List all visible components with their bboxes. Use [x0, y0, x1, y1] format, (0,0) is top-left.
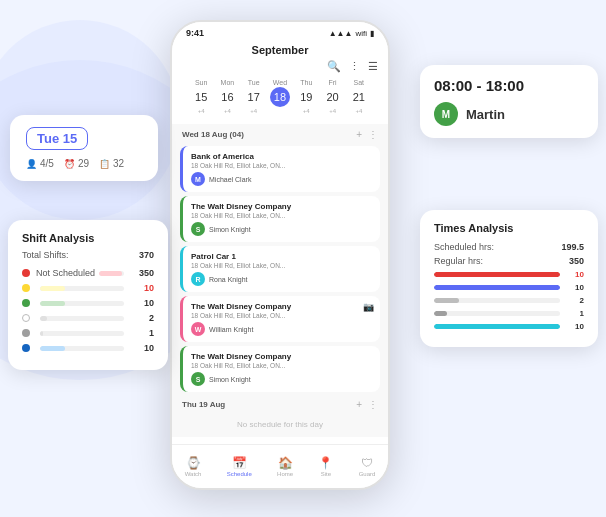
no-schedule-text: No schedule for this day — [172, 412, 388, 437]
shift-person-4: W William Knight — [191, 322, 372, 336]
shifts-list: Bank of America 18 Oak Hill Rd, Elliot L… — [172, 143, 388, 395]
home-icon: 🏠 — [278, 456, 293, 470]
sa-bar-fill-0 — [99, 271, 121, 276]
shift-card-5[interactable]: The Walt Disney Company 18 Oak Hill Rd, … — [180, 346, 380, 392]
cal-mon[interactable]: Mon 16 +4 — [217, 79, 237, 114]
section1-actions: + ⋮ — [356, 129, 378, 140]
nav-guard[interactable]: 🛡 Guard — [359, 456, 376, 477]
hours-count: 29 — [78, 158, 89, 169]
sa-row-1: 10 — [22, 283, 154, 293]
nav-home[interactable]: 🏠 Home — [277, 456, 293, 477]
status-time: 9:41 — [186, 28, 204, 38]
sa-row-0: Not Scheduled 350 — [22, 268, 154, 278]
shift-card-2[interactable]: The Walt Disney Company 18 Oak Hill Rd, … — [180, 196, 380, 242]
people-count: 4/5 — [40, 158, 54, 169]
status-icons: ▲▲▲ wifi ▮ — [329, 29, 374, 38]
shift-card-1[interactable]: Bank of America 18 Oak Hill Rd, Elliot L… — [180, 146, 380, 192]
nav-schedule[interactable]: 📅 Schedule — [227, 456, 252, 477]
sa-value-3: 2 — [130, 313, 154, 323]
time-person-name: Martin — [466, 107, 505, 122]
sa-value-2: 10 — [130, 298, 154, 308]
nav-home-label: Home — [277, 471, 293, 477]
shift-card-4[interactable]: The Walt Disney Company 18 Oak Hill Rd, … — [180, 296, 380, 342]
ta-regular-row: Regular hrs: 350 — [434, 256, 584, 266]
section1-header: Wed 18 Aug (04) + ⋮ — [172, 124, 388, 143]
sa-bar-3 — [40, 316, 124, 321]
search-icon[interactable]: 🔍 — [327, 60, 341, 73]
nav-schedule-label: Schedule — [227, 471, 252, 477]
bottom-nav: ⌚ Watch 📅 Schedule 🏠 Home 📍 Site 🛡 Guard — [172, 444, 388, 488]
sa-bar-5 — [40, 346, 124, 351]
sa-bar-fill-3 — [40, 316, 47, 321]
sa-bar-fill-5 — [40, 346, 65, 351]
cal-tue[interactable]: Tue 17 +4 — [244, 79, 264, 114]
shift-title-2: The Walt Disney Company — [191, 202, 372, 211]
time-range: 08:00 - 18:00 — [434, 77, 584, 94]
add-icon-2[interactable]: + — [356, 399, 362, 410]
time-card: 08:00 - 18:00 M Martin — [420, 65, 598, 138]
watch-icon: ⌚ — [186, 456, 201, 470]
options-icon-2[interactable]: ⋮ — [368, 399, 378, 410]
avatar-wk: W — [191, 322, 205, 336]
tue-badge-text: Tue 15 — [37, 131, 77, 146]
ta-bar-row-1: 10 — [434, 283, 584, 292]
camera-icon: 📷 — [363, 302, 374, 312]
sa-dot-empty — [22, 314, 30, 322]
cal-wed-active[interactable]: Wed 18 — [270, 79, 290, 114]
shift-addr-2: 18 Oak Hill Rd, Elliot Lake, ON... — [191, 212, 372, 219]
sa-bar-fill-4 — [40, 331, 43, 336]
sa-bar-1 — [40, 286, 124, 291]
cal-thu[interactable]: Thu 19 +4 — [296, 79, 316, 114]
menu-icon[interactable]: ☰ — [368, 60, 378, 73]
shift-person-2: S Simon Knight — [191, 222, 372, 236]
ta-bar-row-2: 2 — [434, 296, 584, 305]
phone-mockup: 9:41 ▲▲▲ wifi ▮ September 🔍 ⋮ ☰ Sun 15 +… — [170, 20, 390, 490]
ta-scheduled-label: Scheduled hrs: — [434, 242, 494, 252]
person-name-3: Rona Knight — [209, 276, 248, 283]
cal-fri[interactable]: Fri 20 +4 — [323, 79, 343, 114]
sa-row-5: 10 — [22, 343, 154, 353]
nav-site-label: Site — [321, 471, 331, 477]
clipboard-icon: 📋 — [99, 159, 110, 169]
avatar-sk2: S — [191, 372, 205, 386]
ta-bar-bg-3 — [434, 311, 560, 316]
sa-total-value: 370 — [139, 250, 154, 260]
shift-title-4: The Walt Disney Company — [191, 302, 372, 311]
sa-row-4: 1 — [22, 328, 154, 338]
sa-left-2 — [22, 299, 36, 307]
add-icon[interactable]: + — [356, 129, 362, 140]
ta-bar-val-3: 1 — [564, 309, 584, 318]
sa-total-row: Total Shifts: 370 — [22, 250, 154, 260]
more-icon[interactable]: ⋮ — [349, 60, 360, 73]
tue-badge: Tue 15 — [26, 127, 88, 150]
person-name-1: Michael Clark — [209, 176, 251, 183]
nav-watch[interactable]: ⌚ Watch — [185, 456, 202, 477]
cal-sun[interactable]: Sun 15 +4 — [191, 79, 211, 114]
sa-value-0: 350 — [130, 268, 154, 278]
sa-value-5: 10 — [130, 343, 154, 353]
ta-bar-bg-1 — [434, 285, 560, 290]
ta-bar-row-3: 1 — [434, 309, 584, 318]
sa-dot-yellow — [22, 284, 30, 292]
ta-bar-row-4: 10 — [434, 322, 584, 331]
sa-dot-gray — [22, 329, 30, 337]
tue-stat-clock: ⏰ 29 — [64, 158, 89, 169]
cal-sat[interactable]: Sat 21 +4 — [349, 79, 369, 114]
sa-bar-fill-1 — [40, 286, 65, 291]
options-icon[interactable]: ⋮ — [368, 129, 378, 140]
sa-left-5 — [22, 344, 36, 352]
shift-card-3[interactable]: Patrol Car 1 18 Oak Hill Rd, Elliot Lake… — [180, 246, 380, 292]
battery-icon: ▮ — [370, 29, 374, 38]
sa-bar-4 — [40, 331, 124, 336]
clock-icon: ⏰ — [64, 159, 75, 169]
nav-site[interactable]: 📍 Site — [318, 456, 333, 477]
ta-bar-bg-0 — [434, 272, 560, 277]
header-actions: 🔍 ⋮ ☰ — [182, 60, 378, 73]
tue-stats: 👤 4/5 ⏰ 29 📋 32 — [26, 158, 142, 169]
sa-left-1 — [22, 284, 36, 292]
ta-regular-label: Regular hrs: — [434, 256, 483, 266]
shift-addr-4: 18 Oak Hill Rd, Elliot Lake, ON... — [191, 312, 372, 319]
sa-label-0: Not Scheduled — [36, 268, 95, 278]
ta-bar-fill-3 — [434, 311, 447, 316]
sa-row-2: 10 — [22, 298, 154, 308]
